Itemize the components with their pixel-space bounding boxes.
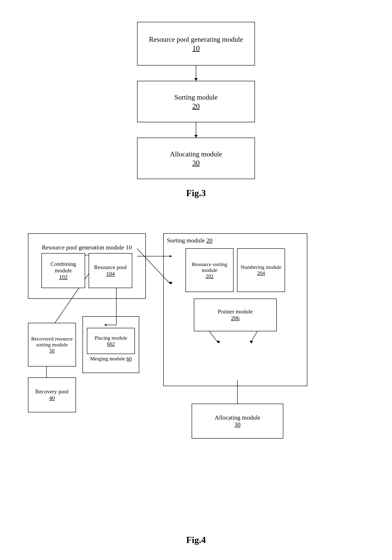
merging-label: Merging module 60: [90, 356, 132, 362]
pointer-text: Pointer module: [218, 308, 253, 315]
merging-module-outer: Placing module 602 Merging module 60: [82, 316, 139, 373]
pointer-num: 206: [231, 315, 240, 321]
combining-num: 102: [59, 274, 68, 280]
recovery-pool-box: Recovery pool 40: [28, 377, 76, 412]
recovered-sorting-num: 50: [49, 348, 55, 354]
pointer-module-box: Pointer module 206: [194, 299, 277, 331]
fig4-section: Resource pool generation module 10 Combi…: [18, 220, 374, 545]
allocating-module-box: Allocating module 30: [137, 138, 255, 179]
resource-pool-text: Resource pool: [94, 264, 127, 270]
resource-pool-num: 104: [106, 270, 115, 277]
arrow-1-2: [196, 66, 196, 81]
fig3-section: Resource pool generating module 10 Sorti…: [18, 13, 374, 207]
placing-num: 602: [107, 341, 115, 347]
allocating-module-num: 30: [192, 159, 200, 167]
allocating-num: 30: [235, 421, 241, 428]
outer-left-label: Resource pool generation module 10: [42, 244, 132, 251]
resource-pool-generation-outer: Resource pool generation module 10 Combi…: [28, 233, 146, 299]
placing-text: Placing module: [95, 335, 127, 341]
sorting-module-label: Sorting module 20: [167, 237, 304, 244]
arrow-2-3: [196, 122, 196, 138]
resource-pool-box: Resource pool 104: [89, 253, 132, 288]
recovery-pool-num: 40: [49, 395, 55, 401]
resource-sorting-num: 202: [206, 273, 214, 279]
fig4-diagram: Resource pool generation module 10 Combi…: [21, 220, 371, 526]
sorting-module-text: Sorting module: [174, 93, 218, 102]
resource-pool-generating-box: Resource pool generating module 10: [137, 22, 255, 66]
numbering-text: Numbering module: [241, 264, 281, 270]
sorting-module-num: 20: [192, 102, 200, 110]
numbering-module-box: Numbering module 204: [237, 248, 285, 292]
sorting-module-box: Sorting module 20: [137, 81, 255, 122]
combining-text: Combining module: [42, 261, 85, 274]
recovered-sorting-text: Recovered resource sorting module: [28, 336, 76, 348]
resource-pool-generating-text: Resource pool generating module: [149, 35, 243, 44]
fig4-label: Fig.4: [18, 535, 374, 545]
allocating-module-text: Allocating module: [170, 150, 222, 159]
combining-module-box: Combining module 102: [41, 253, 85, 288]
resource-sorting-text: Resource sorting module: [186, 261, 233, 273]
allocating-text: Allocating module: [215, 414, 260, 421]
numbering-num: 204: [257, 270, 265, 276]
allocating-module-box: Allocating module 30: [192, 404, 283, 439]
resource-pool-generating-num: 10: [192, 44, 200, 52]
recovery-pool-text: Recovery pool: [35, 388, 69, 395]
resource-sorting-box: Resource sorting module 202: [186, 248, 234, 292]
sorting-module-outer: Sorting module 20 Resource sorting modul…: [163, 233, 307, 386]
placing-module-box: Placing module 602: [87, 328, 135, 354]
fig3-label: Fig.3: [186, 188, 206, 198]
recovered-sorting-box: Recovered resource sorting module 50: [28, 323, 76, 367]
